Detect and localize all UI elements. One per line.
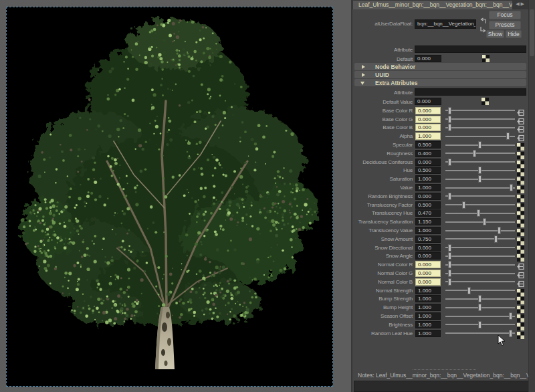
slider-handle[interactable] xyxy=(498,227,501,234)
map-checker-icon[interactable] xyxy=(517,150,524,157)
slider[interactable] xyxy=(445,304,515,312)
slider-track[interactable] xyxy=(445,153,515,154)
slider-handle[interactable] xyxy=(448,116,451,123)
map-checker-icon[interactable] xyxy=(517,175,524,183)
connection-icon[interactable] xyxy=(517,270,524,277)
slider[interactable] xyxy=(445,286,515,294)
slider[interactable] xyxy=(445,106,515,114)
connection-icon[interactable] xyxy=(517,278,524,286)
slider[interactable] xyxy=(445,235,515,243)
slider-handle[interactable] xyxy=(478,321,481,328)
slider-handle[interactable] xyxy=(448,124,451,131)
map-checker-icon[interactable] xyxy=(517,209,524,217)
slider-track[interactable] xyxy=(445,230,515,231)
map-checker-icon[interactable] xyxy=(517,287,524,294)
slider[interactable] xyxy=(445,149,515,157)
slider[interactable] xyxy=(445,320,515,328)
map-checker-icon[interactable] xyxy=(517,167,524,174)
value-field[interactable]: 0.750 xyxy=(415,235,441,243)
connection-icon[interactable] xyxy=(517,132,524,140)
value-field[interactable]: 1.000 xyxy=(415,175,441,183)
slider-track[interactable] xyxy=(445,273,515,274)
slider-track[interactable] xyxy=(445,238,515,239)
slider-track[interactable] xyxy=(445,221,515,223)
value-field[interactable]: 0.000 xyxy=(415,159,441,166)
slider[interactable] xyxy=(445,158,515,166)
slider-track[interactable] xyxy=(445,204,515,205)
value-field[interactable]: 0.000 xyxy=(415,270,441,277)
map-checker-icon[interactable] xyxy=(517,184,524,191)
section-node-behavior[interactable]: Node Behavior xyxy=(354,63,526,70)
value-field[interactable]: 1.000 xyxy=(415,132,441,140)
section-extra-attributes[interactable]: Extra Attributes xyxy=(354,79,526,86)
slider-handle[interactable] xyxy=(448,107,451,114)
slider[interactable] xyxy=(445,184,515,192)
value-field[interactable]: 1.000 xyxy=(415,184,441,191)
tab-prev-icon[interactable]: ◀ xyxy=(516,1,520,6)
slider-track[interactable] xyxy=(445,264,515,266)
slider-track[interactable] xyxy=(445,213,515,214)
tab-next-icon[interactable]: ▶ xyxy=(521,1,526,6)
slider-handle[interactable] xyxy=(473,150,476,157)
default-field[interactable]: 0.000 xyxy=(415,55,441,62)
slider[interactable] xyxy=(445,218,515,226)
extra-attribute-field[interactable] xyxy=(415,88,526,96)
presets-button[interactable]: Presets xyxy=(489,21,521,29)
slider[interactable] xyxy=(445,261,515,269)
slider-handle[interactable] xyxy=(509,330,512,337)
slider-handle[interactable] xyxy=(448,261,451,268)
map-checker-icon[interactable] xyxy=(481,98,489,105)
map-checker-icon[interactable] xyxy=(517,330,524,337)
scrollbar-thumb[interactable] xyxy=(530,9,534,56)
slider-handle[interactable] xyxy=(478,295,481,302)
slider-track[interactable] xyxy=(445,187,515,189)
map-checker-icon[interactable] xyxy=(517,252,524,260)
value-field[interactable]: 1.600 xyxy=(415,227,441,234)
focus-button[interactable]: Focus xyxy=(489,11,521,19)
notes-splitter[interactable] xyxy=(413,369,476,370)
map-checker-icon[interactable] xyxy=(517,201,524,209)
slider-handle[interactable] xyxy=(478,175,481,183)
panel-scrollbar[interactable] xyxy=(528,0,535,392)
connection-icon[interactable] xyxy=(517,107,524,114)
value-field[interactable]: 0.000 xyxy=(415,252,441,260)
slider-track[interactable] xyxy=(445,247,515,248)
arrow-in-icon[interactable] xyxy=(479,17,488,25)
map-checker-icon[interactable] xyxy=(517,218,524,225)
slider[interactable] xyxy=(445,167,515,175)
value-field[interactable]: 0.500 xyxy=(415,141,441,149)
connection-icon[interactable] xyxy=(517,124,524,131)
value-field[interactable]: 1.000 xyxy=(415,330,441,337)
slider-track[interactable] xyxy=(445,332,515,334)
slider-handle[interactable] xyxy=(448,278,451,286)
slider[interactable] xyxy=(445,295,515,303)
slider[interactable] xyxy=(445,192,515,200)
slider-handle[interactable] xyxy=(448,193,451,200)
slider-track[interactable] xyxy=(445,281,515,282)
slider[interactable] xyxy=(445,124,515,132)
attribute-field[interactable] xyxy=(415,45,526,53)
tab-node[interactable]: Leaf_Ulmus__minor_bqn:__bqn__Vegetation_… xyxy=(353,1,512,9)
slider-handle[interactable] xyxy=(462,201,465,209)
slider[interactable] xyxy=(445,252,515,260)
map-checker-icon[interactable] xyxy=(517,295,524,302)
connection-icon[interactable] xyxy=(517,261,524,268)
slider-handle[interactable] xyxy=(494,235,498,243)
slider-track[interactable] xyxy=(445,118,515,120)
map-checker-icon[interactable] xyxy=(517,304,524,311)
slider[interactable] xyxy=(445,201,515,209)
slider[interactable] xyxy=(445,278,515,286)
map-checker-icon[interactable] xyxy=(517,159,524,166)
value-field[interactable]: 0.000 xyxy=(415,193,441,200)
value-field[interactable]: 0.000 xyxy=(415,278,441,286)
value-field[interactable]: 1.000 xyxy=(415,312,441,320)
slider[interactable] xyxy=(445,132,515,140)
slider[interactable] xyxy=(445,175,515,183)
value-field[interactable]: 0.500 xyxy=(415,201,441,209)
map-checker-icon[interactable] xyxy=(517,312,524,320)
slider-handle[interactable] xyxy=(448,244,451,252)
value-field[interactable]: 1.000 xyxy=(415,287,441,294)
slider-handle[interactable] xyxy=(510,184,513,191)
notes-textarea[interactable] xyxy=(354,381,533,392)
map-checker-icon[interactable] xyxy=(482,55,490,62)
